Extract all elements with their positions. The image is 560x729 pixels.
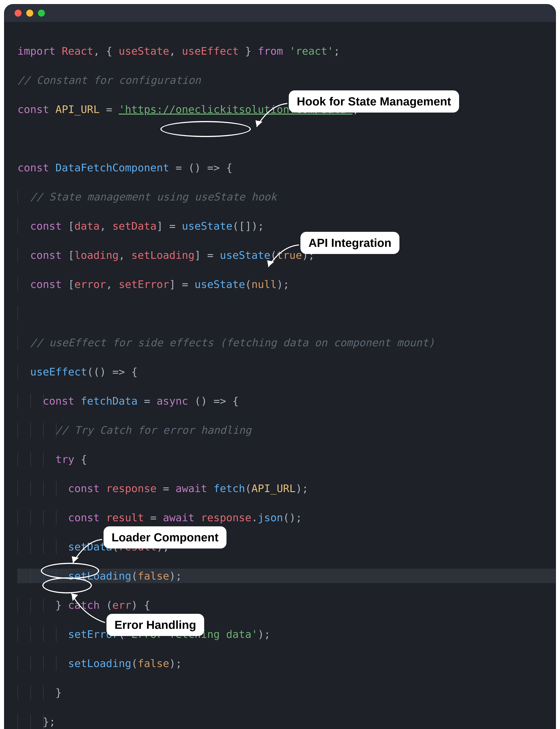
code-line: // State management using useState hook xyxy=(17,190,556,204)
annotation-circle-usestate xyxy=(160,121,251,137)
code-line xyxy=(17,131,556,146)
code-line: const response = await fetch(API_URL); xyxy=(17,481,556,496)
code-line: const fetchData = async () => { xyxy=(17,394,556,408)
code-line: } xyxy=(17,685,556,700)
callout-state-hook: Hook for State Management xyxy=(289,90,459,113)
annotation-arrow xyxy=(67,532,105,569)
callout-api: API Integration xyxy=(300,232,399,254)
traffic-light-minimize[interactable] xyxy=(26,10,33,17)
code-line: // Constant for configuration xyxy=(17,73,556,88)
annotation-arrow xyxy=(252,96,290,133)
traffic-light-zoom[interactable] xyxy=(38,10,45,17)
code-line: // useEffect for side effects (fetching … xyxy=(17,335,556,350)
callout-error: Error Handling xyxy=(106,614,204,636)
code-line: // Try Catch for error handling xyxy=(17,423,556,437)
code-line: const [data, setData] = useState([]); xyxy=(17,219,556,233)
code-line: const [error, setError] = useState(null)… xyxy=(17,277,556,292)
code-line xyxy=(17,306,556,321)
code-line: setError('Error fetching data'); xyxy=(17,627,556,641)
code-line: setLoading(false); xyxy=(17,656,556,671)
code-line: const DataFetchComponent = () => { xyxy=(17,160,556,175)
svg-marker-1 xyxy=(267,260,274,267)
svg-marker-2 xyxy=(72,556,79,563)
titlebar xyxy=(4,4,556,22)
code-line: import React, { useState, useEffect } fr… xyxy=(17,44,556,58)
code-line: try { xyxy=(17,452,556,466)
traffic-light-close[interactable] xyxy=(15,10,22,17)
code-line: const result = await response.json(); xyxy=(17,510,556,525)
code-line: }; xyxy=(17,714,556,729)
annotation-arrow xyxy=(264,238,302,271)
editor-window: import React, { useState, useEffect } fr… xyxy=(4,4,556,729)
code-line: useEffect(() => { xyxy=(17,364,556,379)
annotation-arrow xyxy=(66,590,108,627)
callout-loader: Loader Component xyxy=(104,526,226,548)
svg-marker-0 xyxy=(255,120,263,127)
